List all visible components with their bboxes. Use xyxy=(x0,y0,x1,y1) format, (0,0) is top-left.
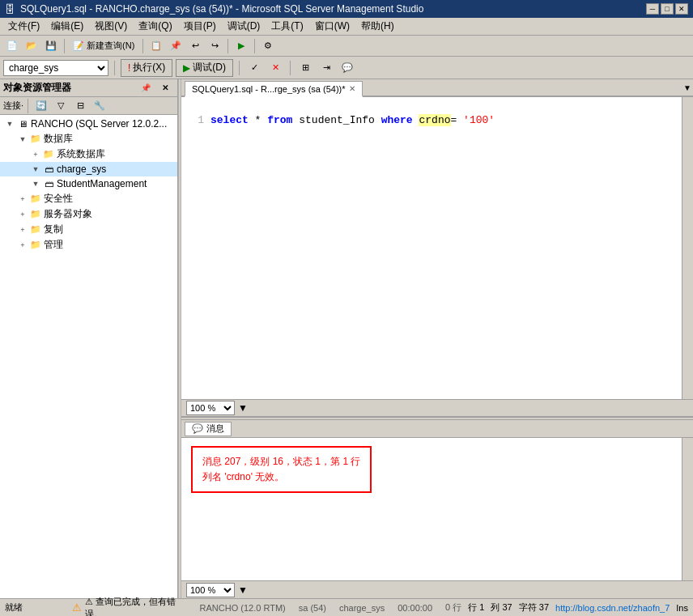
check-button[interactable]: ✓ xyxy=(245,60,263,76)
menu-project[interactable]: 项目(P) xyxy=(179,18,221,35)
row-pos: 行 1 xyxy=(468,601,484,614)
execute-button[interactable]: ! 执行(X) xyxy=(121,59,172,77)
menu-help[interactable]: 帮助(H) xyxy=(356,18,399,35)
databases-icon: 📁 xyxy=(29,133,42,146)
zoom-select-top[interactable]: 100 % xyxy=(186,401,235,415)
menu-window[interactable]: 窗口(W) xyxy=(310,18,355,35)
execute-icon: ! xyxy=(128,62,130,74)
minimize-button[interactable]: ─ xyxy=(646,3,659,15)
sidebar-collapse-button[interactable]: ⊟ xyxy=(71,98,89,114)
run-button[interactable]: ▶ xyxy=(232,38,250,54)
query-editor[interactable]: 1select * from student_Info where crdno=… xyxy=(181,97,682,399)
menu-bar: 文件(F) 编辑(E) 视图(V) 查询(Q) 项目(P) 调试(D) 工具(T… xyxy=(0,18,693,36)
open-button[interactable]: 📂 xyxy=(23,38,40,54)
expand-system-db[interactable]: + xyxy=(29,148,42,161)
results-area: 💬 消息 消息 207，级别 16，状态 1，第 1 行 列名 'crdno' … xyxy=(181,420,693,598)
messages-tab-label: 消息 xyxy=(206,423,224,435)
connect-button[interactable]: 连接· xyxy=(3,100,23,112)
tab-bar: SQLQuery1.sql - R...rge_sys (sa (54))* ✕… xyxy=(181,79,693,97)
tree-item-system-db[interactable]: + 📁 系统数据库 xyxy=(0,147,177,162)
execute-label: 执行(X) xyxy=(133,61,165,74)
expand-charge-sys[interactable]: ▼ xyxy=(29,163,42,176)
sidebar-refresh-button[interactable]: 🔄 xyxy=(32,98,50,114)
results-main: 消息 207，级别 16，状态 1，第 1 行 列名 'crdno' 无效。 xyxy=(181,438,682,580)
title-text: SQLQuery1.sql - RANCHO.charge_sys (sa (5… xyxy=(20,3,423,15)
editor-scrollbar[interactable] xyxy=(682,97,693,399)
results-scrollbar[interactable] xyxy=(682,438,693,580)
editor-area: 1select * from student_Info where crdno=… xyxy=(181,97,693,399)
separator1 xyxy=(64,39,65,53)
redo-button[interactable]: ↪ xyxy=(206,38,223,54)
zoom-dropdown-top[interactable]: ▼ xyxy=(238,402,248,414)
messages-tab[interactable]: 💬 消息 xyxy=(185,422,232,436)
separator2 xyxy=(142,39,143,53)
main-layout: 对象资源管理器 📌 ✕ 连接· 🔄 ▽ ⊟ 🔧 ▼ 🖥 RANCHO (SQL … xyxy=(0,79,693,598)
tree-item-server-objects[interactable]: + 📁 服务器对象 xyxy=(0,206,177,222)
server-objects-icon: 📁 xyxy=(29,208,42,221)
debug-button[interactable]: ▶ 调试(D) xyxy=(176,59,233,77)
comment-button[interactable]: 💬 xyxy=(338,60,356,76)
zoom-dropdown-bottom[interactable]: ▼ xyxy=(238,584,248,596)
line-number: 1 xyxy=(188,114,204,126)
tab-close-button[interactable]: ✕ xyxy=(349,84,355,93)
expand-databases[interactable]: ▼ xyxy=(16,133,29,146)
expand-server[interactable]: ▼ xyxy=(3,117,16,130)
management-icon: 📁 xyxy=(29,239,42,252)
copy-button[interactable]: 📋 xyxy=(147,38,165,54)
menu-file[interactable]: 文件(F) xyxy=(3,18,45,35)
tree-item-management[interactable]: + 📁 管理 xyxy=(0,237,177,253)
cancel-query-button[interactable]: ✕ xyxy=(266,60,284,76)
expand-server-objects[interactable]: + xyxy=(16,208,29,221)
query-tab[interactable]: SQLQuery1.sql - R...rge_sys (sa (54))* ✕ xyxy=(185,81,363,97)
menu-edit[interactable]: 编辑(E) xyxy=(46,18,88,35)
pin-button[interactable]: 📌 xyxy=(137,80,155,96)
zoom-select-bottom[interactable]: 100 % xyxy=(186,583,235,597)
charge-sys-icon: 🗃 xyxy=(42,163,55,176)
undo-button[interactable]: ↩ xyxy=(186,38,204,54)
menu-debug[interactable]: 调试(D) xyxy=(223,18,266,35)
tree-item-security[interactable]: + 📁 安全性 xyxy=(0,191,177,206)
sep-s1 xyxy=(28,99,28,113)
charge-sys-label: charge_sys xyxy=(57,164,106,175)
replication-icon: 📁 xyxy=(29,223,42,236)
tab-scroll-right[interactable]: ▼ xyxy=(682,79,693,96)
menu-query[interactable]: 查询(Q) xyxy=(134,18,176,35)
sidebar-toolbar: 连接· 🔄 ▽ ⊟ 🔧 xyxy=(0,97,177,115)
expand-security[interactable]: + xyxy=(16,193,29,206)
separator7 xyxy=(290,61,291,75)
student-mgmt-icon: 🗃 xyxy=(42,177,55,190)
tree-item-student-mgmt[interactable]: ▼ 🗃 StudentManagement xyxy=(0,176,177,191)
indent-button[interactable]: ⇥ xyxy=(317,60,335,76)
tree-item-databases[interactable]: ▼ 📁 数据库 xyxy=(0,131,177,147)
database-select[interactable]: charge_sys xyxy=(3,60,108,76)
sidebar-filter-button[interactable]: ▽ xyxy=(52,98,70,114)
save-button[interactable]: 💾 xyxy=(42,38,60,54)
tab-right-arrow-icon[interactable]: ▼ xyxy=(682,79,693,96)
char-pos: 字符 37 xyxy=(519,601,549,614)
title-bar-controls: ─ □ ✕ xyxy=(646,3,688,15)
expand-management[interactable]: + xyxy=(16,239,29,252)
format-button[interactable]: ⊞ xyxy=(296,60,314,76)
close-sidebar-button[interactable]: ✕ xyxy=(156,80,174,96)
sidebar-title: 对象资源管理器 xyxy=(3,81,71,95)
system-db-icon: 📁 xyxy=(42,148,55,161)
sidebar-properties-button[interactable]: 🔧 xyxy=(91,98,108,114)
new-query-button[interactable]: 📝 新建查询(N) xyxy=(69,38,138,54)
menu-view[interactable]: 视图(V) xyxy=(90,18,132,35)
tree-item-replication[interactable]: + 📁 复制 xyxy=(0,222,177,237)
blog-link[interactable]: http://blog.csdn.net/zhaofn_7 xyxy=(555,603,670,613)
separator4 xyxy=(254,39,255,53)
new-file-button[interactable]: 📄 xyxy=(3,38,21,54)
toolbar2: charge_sys ! 执行(X) ▶ 调试(D) ✓ ✕ ⊞ ⇥ 💬 xyxy=(0,57,693,79)
settings-button[interactable]: ⚙ xyxy=(259,38,277,54)
expand-replication[interactable]: + xyxy=(16,223,29,236)
tree-item-server[interactable]: ▼ 🖥 RANCHO (SQL Server 12.0.2... xyxy=(0,117,177,131)
warning-icon: ⚠ xyxy=(72,601,82,614)
close-button[interactable]: ✕ xyxy=(675,3,688,15)
tab-label: SQLQuery1.sql - R...rge_sys (sa (54))* xyxy=(192,84,346,94)
expand-student-mgmt[interactable]: ▼ xyxy=(29,177,42,190)
paste-button[interactable]: 📌 xyxy=(167,38,185,54)
maximize-button[interactable]: □ xyxy=(661,3,674,15)
menu-tools[interactable]: 工具(T) xyxy=(266,18,308,35)
tree-item-charge-sys[interactable]: ▼ 🗃 charge_sys xyxy=(0,162,177,176)
